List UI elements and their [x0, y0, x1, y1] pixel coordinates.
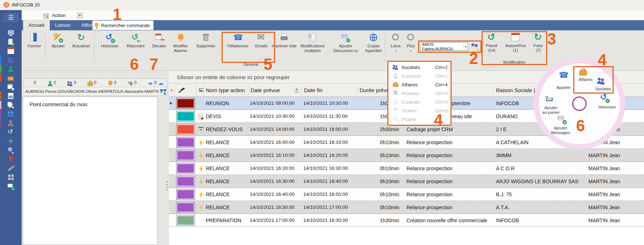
toolbar-button[interactable]: Actualiser: [68, 33, 95, 48]
hamburger-menu-icon[interactable]: ☰: [3, 13, 19, 22]
nav-button[interactable]: Futur (7): [530, 32, 547, 53]
ribbon-tab[interactable]: Liaison: [50, 20, 76, 30]
sidebar-item[interactable]: [0, 137, 22, 146]
table-row[interactable]: RELANCE 14/10/2021 16:50:00 14/10/2021 1…: [169, 201, 644, 214]
sidebar-item[interactable]: [0, 128, 22, 137]
sidebar-item[interactable]: [0, 119, 22, 128]
table-row[interactable]: RELANCE 14/10/2021 16:10:00 14/10/2021 1…: [169, 149, 644, 162]
header-icon-column[interactable]: [196, 83, 204, 96]
sidebar-item[interactable]: [0, 55, 22, 64]
radial-historiser-label[interactable]: Historiser: [593, 105, 621, 109]
menu-item[interactable]: Contrats Ctrl+5: [388, 98, 451, 106]
row-icon-cell: [196, 149, 204, 162]
sort-icon: [294, 87, 300, 93]
sidebar-item[interactable]: [0, 46, 22, 55]
menu-item[interactable]: Contacts Ctrl+1: [388, 72, 451, 80]
toolbar-button[interactable]: Historiser: [96, 33, 123, 48]
add-messages-icon[interactable]: [557, 114, 567, 124]
table-row[interactable]: PREPARATION 14/10/2021 17:00:00 14/10/20…: [169, 214, 644, 227]
toolbar-button[interactable]: Téléphones: [224, 33, 251, 48]
ribbon-tab[interactable]: Accueil: [23, 20, 50, 30]
cloud-icon[interactable]: [157, 79, 164, 86]
sidebar-item[interactable]: [0, 64, 22, 73]
sidebar-item[interactable]: [0, 155, 22, 164]
cell-date-prevue: 14/10/2021 16:30:00: [248, 175, 302, 188]
menu-item[interactable]: Produits Ctrl+3: [388, 89, 451, 98]
menu-item[interactable]: Affaires Ctrl+4: [388, 80, 451, 89]
header-date-prevue[interactable]: Date prévue: [248, 83, 302, 96]
hierarchy-icon[interactable]: [159, 88, 166, 95]
counter-item[interactable]: 0: [126, 79, 137, 87]
radial-messages-label[interactable]: AjouterMessages: [548, 126, 573, 135]
counter-item[interactable]: 0: [146, 79, 157, 87]
cell-date-prevue: 14/10/2021 10:30:00: [248, 110, 302, 122]
nav-button[interactable]: Passé (14): [482, 32, 501, 53]
tab-action[interactable]: Action ×: [39, 11, 86, 20]
toolbar-button[interactable]: Modifier Alarme: [167, 33, 193, 53]
sidebar-item[interactable]: [0, 100, 22, 109]
sidebar-item[interactable]: [0, 28, 22, 37]
table-row[interactable]: RELANCE 14/10/2021 16:30:00 14/10/2021 1…: [169, 175, 644, 188]
sidebar-item[interactable]: [0, 109, 22, 119]
header-color-column[interactable]: [175, 83, 196, 96]
cell-collaborateur: MARTIN Jean: [586, 214, 644, 227]
splitter-handle[interactable]: [166, 181, 168, 190]
user-filter-dropdown[interactable]: AMOS Fatima;AUBINOU ▾: [420, 42, 468, 51]
dropdown-caret-icon[interactable]: ▾: [463, 45, 467, 48]
radial-societes-label[interactable]: Sociétés: [592, 87, 614, 91]
sidebar-item[interactable]: [0, 164, 22, 173]
sidebar-item[interactable]: [0, 37, 22, 46]
tab-close-button[interactable]: ×: [77, 13, 83, 18]
toolbar-button[interactable]: Emails: [250, 33, 273, 48]
historiser-icon[interactable]: [599, 93, 609, 103]
radial-center-button[interactable]: [572, 96, 587, 111]
sidebar-icon: [7, 56, 15, 64]
counter-value: 0: [134, 80, 137, 85]
add-to-cart-icon[interactable]: [544, 94, 554, 104]
sidebar-item[interactable]: [0, 182, 22, 191]
menu-item[interactable]: Sociétés Ctrl+2: [388, 63, 451, 72]
radial-appeler-label[interactable]: Appeler: [551, 85, 576, 90]
collaborators-filter-bar[interactable]: AUBINOU Pierre;GOUVACHON Olivier;HERPATO…: [23, 87, 167, 96]
toolbar-button[interactable]: Ajouter: [47, 33, 70, 48]
sidebar-item[interactable]: [0, 82, 22, 91]
header-date-fin[interactable]: Date fin: [302, 83, 357, 96]
table-row[interactable]: RELANCE 14/10/2021 16:20:00 14/10/2021 1…: [169, 162, 644, 175]
row-icon-cell: [196, 188, 204, 201]
counter-item[interactable]: 0: [45, 79, 56, 87]
counter-item[interactable]: 0: [65, 79, 76, 87]
toolbar-button[interactable]: Ajouter Discussion lu: [329, 33, 362, 53]
toolbar-button[interactable]: Plus: [404, 33, 418, 48]
counter-item[interactable]: 0: [106, 79, 117, 87]
sidebar-item[interactable]: [0, 146, 22, 155]
sidebar-item[interactable]: [0, 173, 22, 182]
toolbar-button[interactable]: Supprimer: [192, 33, 219, 48]
sidebar-icon: [7, 92, 15, 100]
toolbar-button[interactable]: Liens: [388, 33, 404, 48]
counter-icon: [47, 80, 52, 86]
counter-item[interactable]: 0: [86, 79, 96, 87]
nav-button[interactable]: Aujourd'hui (1): [501, 32, 530, 53]
toolbar-button-label: Actualiser: [68, 44, 95, 48]
toolbar-button[interactable]: Imprimer liste: [271, 33, 297, 48]
toolbar-button-label: Ajouter: [47, 44, 70, 48]
header-nom-type-action[interactable]: Nom type action: [204, 83, 248, 96]
table-row[interactable]: RELANCE 14/10/2021 16:40:00 14/10/2021 1…: [169, 188, 644, 201]
toolbar-button[interactable]: Répondre: [122, 33, 149, 48]
header-asterisk[interactable]: ∗: [169, 83, 175, 96]
companies-icon[interactable]: [596, 76, 606, 86]
phone-icon[interactable]: [558, 70, 568, 80]
notes-preview-panel[interactable]: Point commercial du mois: [23, 96, 158, 245]
sidebar-item[interactable]: [0, 73, 22, 82]
search-command-box[interactable]: Rechercher commande: [92, 21, 153, 30]
radial-affaires-label[interactable]: Affaires: [575, 77, 596, 82]
briefcase-icon[interactable]: [578, 67, 588, 77]
toolbar-button[interactable]: Fermer: [23, 33, 46, 48]
row-color-cell: [175, 188, 196, 201]
toolbar-button[interactable]: Copier hyperlien: [361, 33, 386, 53]
sidebar-item[interactable]: [0, 91, 22, 100]
counter-item[interactable]: 0: [25, 79, 36, 87]
radial-panier-label[interactable]: Ajouterau panier: [539, 106, 562, 115]
action-type-icon: [197, 112, 204, 120]
toolbar-button[interactable]: Modifications multiples: [297, 33, 328, 53]
